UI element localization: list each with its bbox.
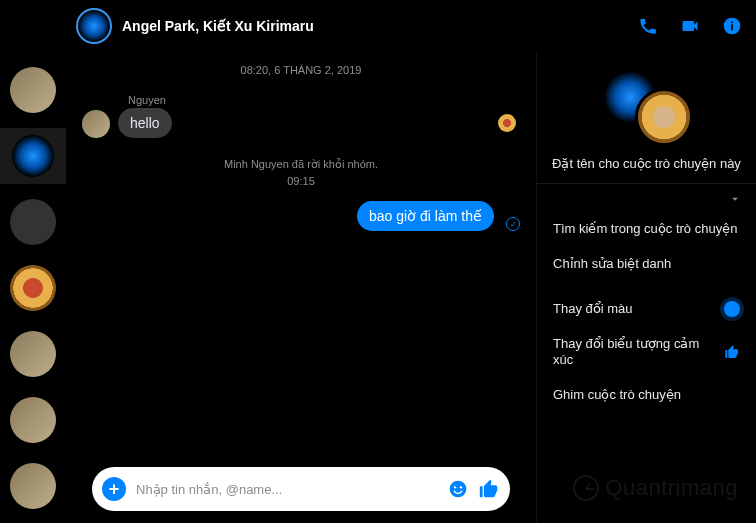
- svg-point-5: [460, 486, 462, 488]
- conversation-title: Angel Park, Kiết Xu Kirimaru: [122, 18, 628, 34]
- add-attachment-button[interactable]: +: [102, 477, 126, 501]
- option-change-emoji[interactable]: Thay đổi biểu tượng cảm xúc: [537, 327, 756, 379]
- conversation-main: Angel Park, Kiết Xu Kirimaru 08:20, 6 TH…: [66, 0, 756, 523]
- sender-name: Nguyen: [128, 94, 520, 106]
- name-conversation-hint[interactable]: Đặt tên cho cuộc trò chuyện này: [552, 156, 741, 173]
- video-call-icon[interactable]: [680, 16, 700, 36]
- date-separator: 08:20, 6 THÁNG 2, 2019: [82, 64, 520, 76]
- svg-point-2: [731, 21, 733, 23]
- chat-area: 08:20, 6 THÁNG 2, 2019 Nguyen hello Minh…: [66, 52, 536, 523]
- svg-point-4: [454, 486, 456, 488]
- header-avatar-icon: [76, 8, 112, 44]
- sender-avatar-icon: [82, 110, 110, 138]
- message-bubble-in[interactable]: hello: [118, 108, 172, 138]
- svg-rect-1: [731, 24, 733, 30]
- call-icon[interactable]: [638, 16, 658, 36]
- svg-point-3: [450, 481, 467, 498]
- avatar-icon: [10, 133, 56, 179]
- time-separator: 09:15: [82, 175, 520, 187]
- avatar-icon: [10, 265, 56, 311]
- system-message: Minh Nguyen đã rời khỏi nhóm.: [82, 158, 520, 171]
- details-panel: Đặt tên cho cuộc trò chuyện này Tìm kiếm…: [536, 52, 756, 523]
- avatar-icon: [10, 199, 56, 245]
- option-pin-conversation[interactable]: Ghim cuộc trò chuyện: [537, 378, 756, 413]
- message-composer: +: [92, 467, 510, 511]
- sidebar-item-conv-5[interactable]: [0, 392, 66, 448]
- conversation-header: Angel Park, Kiết Xu Kirimaru: [66, 0, 756, 52]
- emoji-picker-icon[interactable]: [448, 479, 468, 499]
- thumbs-up-icon[interactable]: [478, 478, 500, 500]
- option-search-in-conversation[interactable]: Tìm kiếm trong cuộc trò chuyện: [537, 212, 756, 247]
- message-row-out: bao giờ đi làm thế: [82, 201, 520, 231]
- sidebar-item-conv-4[interactable]: [0, 326, 66, 382]
- group-avatar-icon: [601, 68, 693, 146]
- sidebar-item-conv-0[interactable]: [0, 62, 66, 118]
- chevron-down-icon[interactable]: [728, 192, 742, 206]
- option-edit-nicknames[interactable]: Chỉnh sửa biệt danh: [537, 247, 756, 282]
- options-list: Tìm kiếm trong cuộc trò chuyện Chỉnh sửa…: [537, 208, 756, 417]
- color-dot-icon: [724, 301, 740, 317]
- message-row-in: hello: [82, 108, 520, 138]
- message-input[interactable]: [136, 482, 438, 497]
- avatar-icon: [10, 463, 56, 509]
- avatar-icon: [10, 331, 56, 377]
- sidebar-item-conv-3[interactable]: [0, 260, 66, 316]
- info-icon[interactable]: [722, 16, 742, 36]
- avatar-icon: [10, 67, 56, 113]
- option-change-color[interactable]: Thay đổi màu: [537, 292, 756, 327]
- sidebar-item-conv-1[interactable]: [0, 128, 66, 184]
- sent-indicator-icon: [506, 217, 520, 231]
- sidebar-item-conv-6[interactable]: [0, 458, 66, 514]
- reaction-icon[interactable]: [498, 114, 516, 132]
- sidebar-item-conv-2[interactable]: [0, 194, 66, 250]
- message-bubble-out[interactable]: bao giờ đi làm thế: [357, 201, 494, 231]
- thumbs-up-icon: [724, 344, 740, 360]
- conversation-sidebar: [0, 0, 66, 523]
- avatar-icon: [10, 397, 56, 443]
